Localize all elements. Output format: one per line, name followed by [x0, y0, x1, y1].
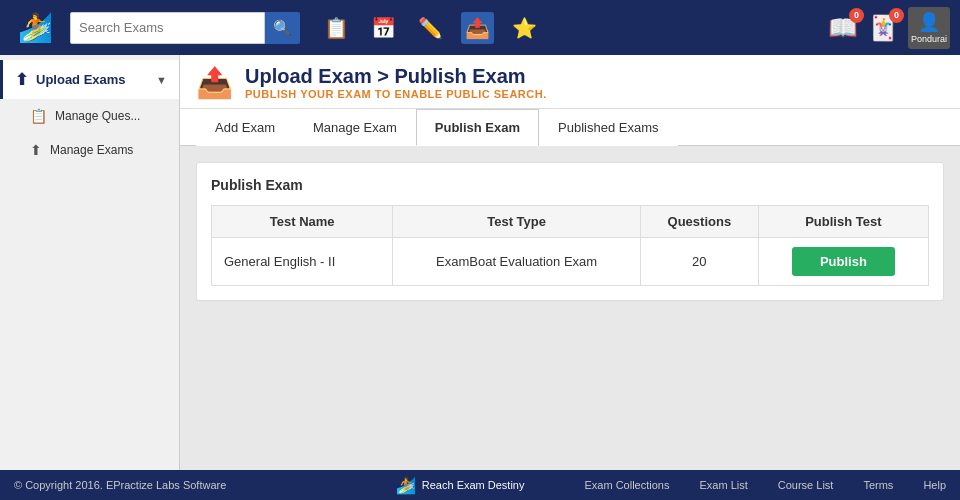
- chevron-down-icon: ▼: [156, 74, 167, 86]
- tabs-bar: Add Exam Manage Exam Publish Exam Publis…: [180, 109, 960, 146]
- content-area: 📤 Upload Exam > Publish Exam PUBLISH YOU…: [180, 55, 960, 470]
- user-avatar[interactable]: 👤 Pondurai: [908, 7, 950, 49]
- avatar-icon: 👤: [918, 11, 940, 33]
- publish-button[interactable]: Publish: [792, 247, 895, 276]
- col-questions: Questions: [640, 206, 758, 238]
- pencil-icon[interactable]: ✏️: [414, 12, 447, 44]
- search-button[interactable]: 🔍: [265, 12, 300, 44]
- upload-exams-icon: ⬆: [15, 70, 28, 89]
- publish-heading: Publish Exam: [211, 177, 929, 193]
- tab-add-exam[interactable]: Add Exam: [196, 109, 294, 146]
- footer-tagline: Reach Exam Destiny: [422, 479, 525, 491]
- sidebar-upload-label: Upload Exams: [36, 72, 126, 87]
- page-title: Upload Exam > Publish Exam: [245, 65, 547, 88]
- col-test-type: Test Type: [393, 206, 641, 238]
- nav-icons: 📋 📅 ✏️ 📤 ⭐: [320, 12, 818, 44]
- copyright-text: © Copyright 2016. EPractize Labs Softwar…: [14, 479, 366, 491]
- footer-link-terms[interactable]: Terms: [863, 479, 893, 491]
- footer-logo-icon: 🏄: [396, 476, 416, 495]
- footer-link-exam-collections[interactable]: Exam Collections: [585, 479, 670, 491]
- logo[interactable]: 🏄: [10, 5, 60, 50]
- tab-published-exams[interactable]: Published Exams: [539, 109, 677, 146]
- inner-content: Publish Exam Test Name Test Type Questio…: [180, 146, 960, 470]
- sidebar-item-upload-exams[interactable]: ⬆ Upload Exams ▼: [0, 60, 179, 99]
- page-header: 📤 Upload Exam > Publish Exam PUBLISH YOU…: [180, 55, 960, 109]
- star-icon[interactable]: ⭐: [508, 12, 541, 44]
- cell-questions: 20: [640, 238, 758, 286]
- table-row: General English - II ExamBoat Evaluation…: [212, 238, 929, 286]
- sidebar-manage-ques-label: Manage Ques...: [55, 109, 140, 123]
- card-badge-wrap[interactable]: 🃏 0: [868, 14, 898, 42]
- page-header-text: Upload Exam > Publish Exam PUBLISH YOUR …: [245, 65, 547, 100]
- page-header-icon: 📤: [196, 65, 233, 100]
- sidebar-manage-exams-label: Manage Exams: [50, 143, 133, 157]
- calendar-icon[interactable]: 📅: [367, 12, 400, 44]
- cell-test-name: General English - II: [212, 238, 393, 286]
- exam-table: Test Name Test Type Questions Publish Te…: [211, 205, 929, 286]
- footer: © Copyright 2016. EPractize Labs Softwar…: [0, 470, 960, 500]
- clipboard-icon[interactable]: 📋: [320, 12, 353, 44]
- sidebar-item-manage-questions[interactable]: 📋 Manage Ques...: [0, 99, 179, 133]
- card-badge: 0: [889, 8, 904, 23]
- manage-exams-icon: ⬆: [30, 142, 42, 158]
- search-bar: 🔍: [70, 12, 310, 44]
- footer-logo: 🏄 Reach Exam Destiny: [396, 476, 525, 495]
- footer-link-course-list[interactable]: Course List: [778, 479, 834, 491]
- publish-exam-box: Publish Exam Test Name Test Type Questio…: [196, 162, 944, 301]
- book-badge-wrap[interactable]: 📖 0: [828, 14, 858, 42]
- cell-test-type: ExamBoat Evaluation Exam: [393, 238, 641, 286]
- col-publish-test: Publish Test: [758, 206, 928, 238]
- footer-link-help[interactable]: Help: [923, 479, 946, 491]
- right-icons: 📖 0 🃏 0 👤 Pondurai: [828, 7, 950, 49]
- top-navigation: 🏄 🔍 📋 📅 ✏️ 📤 ⭐ 📖 0 🃏 0 👤 Pondurai: [0, 0, 960, 55]
- footer-link-exam-list[interactable]: Exam List: [699, 479, 747, 491]
- tab-publish-exam[interactable]: Publish Exam: [416, 109, 539, 146]
- main-layout: ⬆ Upload Exams ▼ 📋 Manage Ques... ⬆ Mana…: [0, 55, 960, 470]
- sidebar: ⬆ Upload Exams ▼ 📋 Manage Ques... ⬆ Mana…: [0, 55, 180, 470]
- search-input[interactable]: [70, 12, 265, 44]
- page-subtitle: PUBLISH YOUR EXAM TO ENABLE PUBLIC SEARC…: [245, 88, 547, 100]
- avatar-name: Pondurai: [911, 34, 947, 44]
- sidebar-item-manage-exams[interactable]: ⬆ Manage Exams: [0, 133, 179, 167]
- tab-manage-exam[interactable]: Manage Exam: [294, 109, 416, 146]
- logo-icon: 🏄: [18, 11, 53, 44]
- col-test-name: Test Name: [212, 206, 393, 238]
- upload-icon[interactable]: 📤: [461, 12, 494, 44]
- book-badge: 0: [849, 8, 864, 23]
- cell-publish-action: Publish: [758, 238, 928, 286]
- manage-ques-icon: 📋: [30, 108, 47, 124]
